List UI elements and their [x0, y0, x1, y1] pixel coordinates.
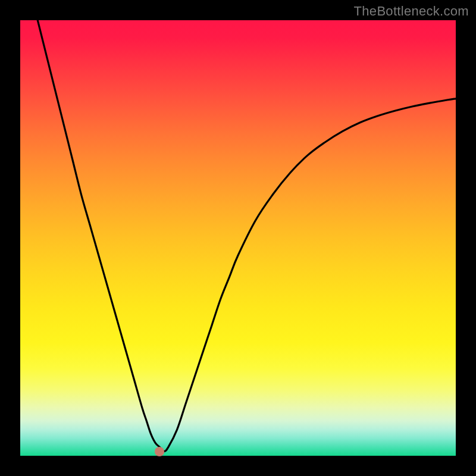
optimal-point-marker	[155, 447, 164, 456]
chart-frame	[20, 20, 456, 456]
bottleneck-curve	[37, 20, 456, 452]
watermark-text: TheBottleneck.com	[354, 4, 469, 19]
bottleneck-curve-plot	[20, 20, 456, 456]
